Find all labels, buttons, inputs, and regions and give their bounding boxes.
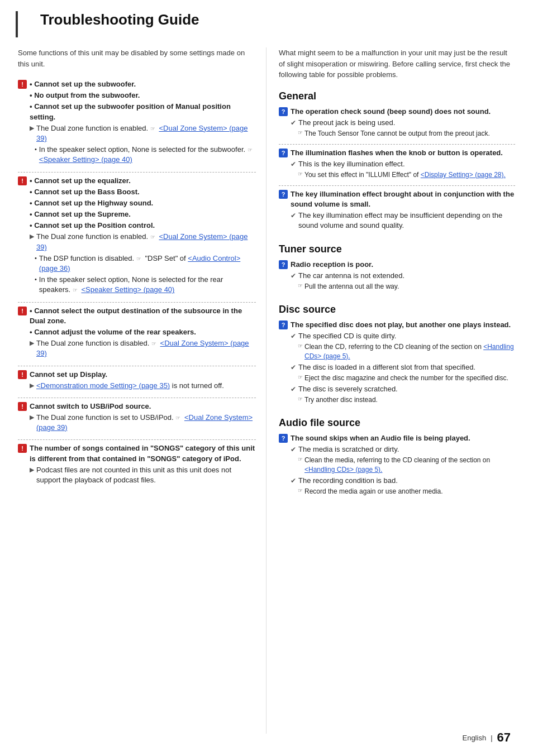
link-2a[interactable]: <Dual Zone System> (page 39) [36,232,248,251]
problem-title-a1: The sound skips when an Audio file is be… [291,433,470,443]
dot-icon-2b: • [35,275,37,284]
problem-group-dualzone: ! • Cannot select the output destination… [18,306,256,359]
link-d1a[interactable]: <Handling CDs> (page 5). [304,343,514,360]
problem-header-a1: ? The sound skips when an Audio file is … [279,433,515,443]
ref-text-g2a: You set this effect in "ILLUMI Effect" o… [304,170,506,180]
exclaim-icon-6: ! [18,444,27,453]
section-disc-play: ? The specified disc does not play, but … [279,320,515,410]
ref-text-d1a: Clean the CD, referring to the CD cleani… [304,342,515,361]
book-icon-2a: ☞ [150,234,155,240]
check-icon-t1a: ✔ [291,271,296,281]
cause-text-1a: The Dual zone function is enabled. ☞ <Du… [36,123,256,143]
problem-title-3a: • Cannot select the output destination o… [30,306,256,326]
problem-title-5: Cannot switch to USB/iPod source. [30,401,151,412]
section-usb: ! Cannot switch to USB/iPod source. ▶ Th… [18,401,256,441]
arrow-icon-5a: ▶ [30,413,34,422]
ref-book-d1b: ☞ [298,374,303,381]
cause-a1a: ✔ The media is scratched or dirty. [279,444,515,454]
check-icon-g2a: ✔ [291,160,296,169]
ref-text-d1c: Try another disc instead. [304,395,378,405]
check-icon-g1a: ✔ [291,118,296,128]
check-icon-g3a: ✔ [291,211,296,221]
problem-sub-3b: • Cannot adjust the volume of the rear s… [18,327,256,337]
link-g2a[interactable]: <Display Setting> (page 28). [421,171,506,179]
problem-header-6: ! The number of songs contained in "SONG… [18,443,256,463]
link-5a[interactable]: <Dual Zone System> (page 39) [36,413,253,432]
right-column: What might seem to be a malfunction in y… [266,47,533,734]
ref-text-a1b: Record the media again or use another me… [304,487,442,496]
question-icon-g2: ? [279,149,288,157]
problem-group-eq: ! • Cannot set up the equalizer. • Canno… [18,176,256,295]
problem-title-6: The number of songs contained in "SONGS"… [30,443,256,463]
problem-title-d1: The specified disc does not play, but an… [291,320,511,330]
link-2c[interactable]: <Speaker Setting> (page 40) [81,285,174,294]
problem-header-5: ! Cannot switch to USB/iPod source. [18,401,256,412]
ref-text-a1a: Clean the media, referring to the CD cle… [304,456,515,475]
cause-d1b: ✔ The disc is loaded in a different slot… [279,362,515,372]
sub-text-1a: In the speaker select option, None is se… [39,145,256,165]
book-icon-5a: ☞ [175,415,180,421]
left-intro: Some functions of this unit may be disab… [18,47,256,69]
cause-t1a: ✔ The car antenna is not extended. [279,271,515,281]
problem-group-usb: ! Cannot switch to USB/iPod source. ▶ Th… [18,401,256,433]
problem-title-g3: The key illumination effect brought abou… [291,189,515,209]
cause-5a: ▶ The Dual zone function is set to USB/i… [18,413,256,433]
cause-text-a1a: The media is scratched or dirty. [298,444,399,454]
problem-header-t1: ? Radio reception is poor. [279,260,515,270]
question-icon-d1: ? [279,320,288,329]
cause-text-g3a: The key illumination effect may be insuf… [298,210,515,231]
cause-a1b: ✔ The recording condition is bad. [279,476,515,486]
section-dualzone: ! • Cannot select the output destination… [18,306,256,366]
exclaim-icon-4: ! [18,370,27,379]
footer-page-number: 67 [497,730,511,745]
cause-2a: ▶ The Dual zone function is enabled. ☞ <… [18,232,256,252]
footer-language: English [462,734,486,742]
arrow-icon-1a: ▶ [30,124,34,132]
dot-icon-2a: • [35,254,37,262]
dot-icon-1a: • [35,145,37,154]
cause-text-g2a: This is the key illumination effect. [298,159,405,169]
cause-text-6a: Podcast files are not counted in this un… [36,465,256,485]
link-1b[interactable]: <Speaker Setting> (page 40) [39,155,132,164]
check-icon-a1b: ✔ [291,476,296,486]
cause-6a: ▶ Podcast files are not counted in this … [18,465,256,485]
ref-d1c: ☞ Try another disc instead. [279,395,515,405]
sub-2a: • The DSP function is disabled. ☞ "DSP S… [18,253,256,274]
section-heading-disc: Disc source [279,304,515,315]
page-footer: English | 67 [462,730,511,745]
link-a1a[interactable]: <Handling CDs> (page 5). [304,466,382,473]
ref-text-t1a: Pull the antenna out all the way. [304,282,399,291]
cause-g2a: ✔ This is the key illumination effect. [279,159,515,169]
problem-title-2a: • Cannot set up the equalizer. [30,176,131,186]
cause-g3a: ✔ The key illumination effect may be ins… [279,210,515,231]
cause-text-d1a: The specified CD is quite dirty. [298,331,396,341]
question-icon-t1: ? [279,260,288,269]
footer-separator: | [491,734,492,742]
problem-title-4: Cannot set up Display. [30,370,107,380]
ref-g2a: ☞ You set this effect in "ILLUMI Effect"… [279,170,515,180]
sub-text-2a: The DSP function is disabled. ☞ "DSP Set… [39,253,256,274]
page-title: Troubleshooting Guide [40,11,511,28]
link-3a[interactable]: <Dual Zone System> (page 39) [36,339,249,357]
problem-sub-1c: • Cannot set up the subwoofer position o… [18,102,256,122]
cause-text-a1b: The recording condition is bad. [298,476,398,486]
title-section: Troubleshooting Guide [16,11,533,37]
cause-text-5a: The Dual zone function is set to USB/iPo… [36,413,256,433]
problem-header-4: ! Cannot set up Display. [18,370,256,380]
ref-book-t1a: ☞ [298,282,303,290]
cause-text-3a: The Dual zone function is disabled. ☞ <D… [36,338,256,358]
question-icon-g3: ? [279,190,288,199]
ref-d1b: ☞ Eject the disc magazine and check the … [279,374,515,383]
problem-sub-2e: • Cannot set up the Position control. [18,221,256,231]
section-subwoofer: ! • Cannot set up the subwoofer. • No ou… [18,79,256,173]
section-audio-skip: ? The sound skips when an Audio file is … [279,433,515,502]
section-heading-audio: Audio file source [279,417,515,429]
section-illumi: ? The illumination flashes when the knob… [279,148,515,186]
ref-t1a: ☞ Pull the antenna out all the way. [279,282,515,291]
ref-text-d1b: Eject the disc magazine and check the nu… [304,374,508,383]
link-1a[interactable]: <Dual Zone System> (page 39) [36,124,248,142]
question-icon-a1: ? [279,434,288,443]
problem-group-subwoofer: ! • Cannot set up the subwoofer. • No ou… [18,79,256,165]
link-4a[interactable]: <Demonstration mode Setting> (page 35) [36,381,170,390]
ref-text-g1a: The Touch Sensor Tone cannot be output f… [304,129,490,138]
